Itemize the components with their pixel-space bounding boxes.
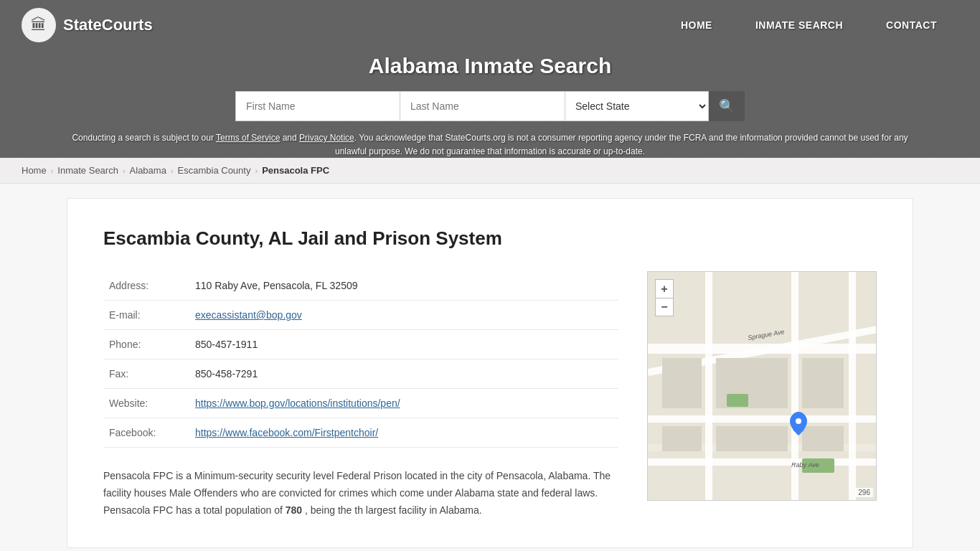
svg-rect-15 [727,394,748,407]
breadcrumb-sep-1: › [51,166,54,175]
svg-rect-13 [716,426,788,451]
address-label: Address: [103,271,189,301]
phone-value: 850-457-1911 [189,330,618,359]
logo-text: StateCourts [63,16,153,34]
top-navigation: 🏛 StateCourts HOME INMATE SEARCH CONTACT [0,0,980,50]
nav-links: HOME INMATE SEARCH CONTACT [659,19,958,31]
facebook-value: https://www.facebook.com/Firstpentchoir/ [189,418,618,448]
last-name-input[interactable] [400,91,565,121]
map-attribution: 296 [855,488,873,497]
svg-rect-3 [648,458,877,466]
header-title-area: Alabama Inmate Search Select StateAlabam… [0,54,980,158]
breadcrumb-escambia[interactable]: Escambia County [178,165,251,176]
privacy-notice-link[interactable]: Privacy Notice [299,133,354,143]
map-section: + − [647,271,877,519]
phone-label: Phone: [103,330,189,359]
search-bar: Select StateAlabamaAlaskaArizonaArkansas… [0,91,980,121]
facility-description: Pensacola FPC is a Minimum-security secu… [103,468,618,519]
fax-value: 850-458-7291 [189,359,618,389]
table-row: Fax: 850-458-7291 [103,359,618,389]
facebook-link[interactable]: https://www.facebook.com/Firstpentchoir/ [195,427,378,438]
first-name-input[interactable] [235,91,400,121]
content-card: Escambia County, AL Jail and Prison Syst… [67,198,913,548]
svg-rect-2 [648,415,877,423]
state-select[interactable]: Select StateAlabamaAlaskaArizonaArkansas… [565,91,709,121]
search-icon: 🔍 [719,98,735,114]
map-zoom-out-button[interactable]: − [655,298,674,316]
main-content: Escambia County, AL Jail and Prison Syst… [0,184,980,551]
nav-inmate-search[interactable]: INMATE SEARCH [734,19,864,31]
svg-rect-11 [802,358,844,408]
email-value: execassistant@bop.gov [189,301,618,330]
website-link[interactable]: https://www.bop.gov/locations/institutio… [195,397,400,409]
logo-area: 🏛 StateCourts [22,8,153,42]
nav-home[interactable]: HOME [659,19,734,31]
email-label: E-mail: [103,301,189,330]
breadcrumb-inmate-search[interactable]: Inmate Search [57,165,118,176]
info-section: Address: 110 Raby Ave, Pensacola, FL 325… [103,271,618,519]
email-link[interactable]: execassistant@bop.gov [195,309,302,321]
breadcrumb-sep-3: › [171,166,174,175]
svg-point-20 [796,418,801,424]
breadcrumb-current: Pensacola FPC [262,165,329,176]
facebook-label: Facebook: [103,418,189,448]
map-container: + − [647,271,877,501]
terms-of-service-link[interactable]: Terms of Service [216,133,280,143]
search-button[interactable]: 🔍 [709,91,745,121]
svg-rect-12 [662,426,702,451]
breadcrumb-sep-2: › [123,166,126,175]
svg-text:Raby Ave: Raby Ave [791,461,819,468]
breadcrumb-alabama[interactable]: Alabama [130,165,166,176]
svg-rect-6 [705,272,712,501]
facility-info-table: Address: 110 Raby Ave, Pensacola, FL 325… [103,271,618,448]
facility-title: Escambia County, AL Jail and Prison Syst… [103,227,877,250]
breadcrumb-sep-4: › [255,166,258,175]
description-end: , being the th largest facility in Alaba… [305,504,482,516]
svg-rect-9 [662,358,702,408]
nav-contact[interactable]: CONTACT [864,19,958,31]
website-label: Website: [103,389,189,418]
map-zoom-in-button[interactable]: + [655,279,674,298]
svg-rect-8 [849,272,856,501]
table-row: E-mail: execassistant@bop.gov [103,301,618,330]
breadcrumb: Home › Inmate Search › Alabama › Escambi… [0,158,980,184]
fax-label: Fax: [103,359,189,389]
map-svg: Sprague Ave Raby Ave [648,272,877,501]
website-value: https://www.bop.gov/locations/institutio… [189,389,618,418]
logo-icon: 🏛 [22,8,56,42]
table-row: Address: 110 Raby Ave, Pensacola, FL 325… [103,271,618,301]
map-zoom-controls: + − [655,279,674,316]
table-row: Facebook: https://www.facebook.com/First… [103,418,618,448]
address-value: 110 Raby Ave, Pensacola, FL 32509 [189,271,618,301]
disclaimer-text: Conducting a search is subject to our Te… [0,131,980,158]
population-value: 780 [286,504,302,516]
table-row: Phone: 850-457-1911 [103,330,618,359]
svg-rect-14 [802,426,844,451]
breadcrumb-home[interactable]: Home [22,165,47,176]
page-title: Alabama Inmate Search [0,54,980,78]
table-row: Website: https://www.bop.gov/locations/i… [103,389,618,418]
content-layout: Address: 110 Raby Ave, Pensacola, FL 325… [103,271,877,519]
header: 🏛 StateCourts HOME INMATE SEARCH CONTACT… [0,0,980,158]
